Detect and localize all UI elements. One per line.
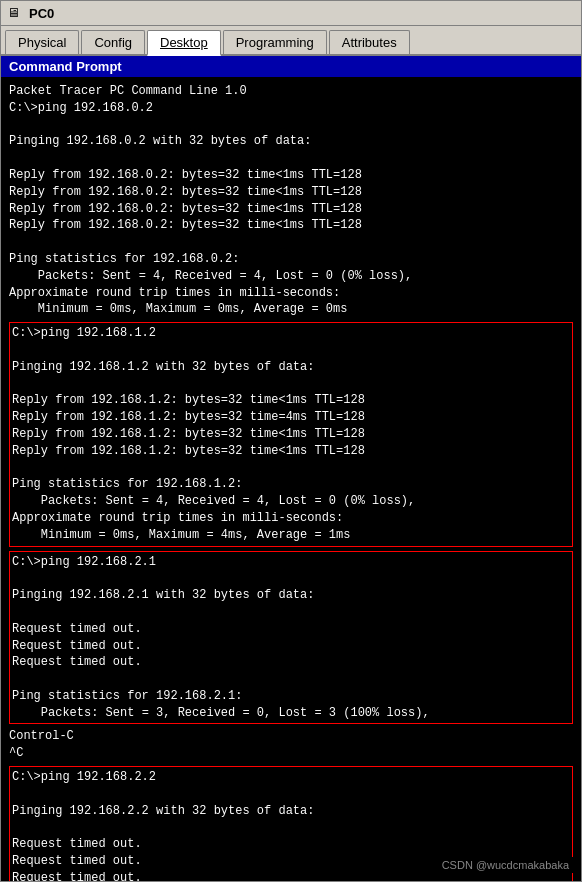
tab-config[interactable]: Config xyxy=(81,30,145,54)
ping-block-2-text: C:\>ping 192.168.2.1 Pinging 192.168.2.1… xyxy=(12,554,570,722)
tab-attributes[interactable]: Attributes xyxy=(329,30,410,54)
tab-desktop[interactable]: Desktop xyxy=(147,30,221,56)
ping-block-1-text: C:\>ping 192.168.1.2 Pinging 192.168.1.2… xyxy=(12,325,570,543)
ping-block-1: C:\>ping 192.168.1.2 Pinging 192.168.1.2… xyxy=(9,322,573,546)
title-bar: 🖥 PC0 xyxy=(1,1,581,26)
control-c-text: Control-C ^C xyxy=(9,728,573,762)
tab-programming[interactable]: Programming xyxy=(223,30,327,54)
tab-bar: Physical Config Desktop Programming Attr… xyxy=(1,26,581,56)
command-prompt-header: Command Prompt xyxy=(1,56,581,77)
window-title: PC0 xyxy=(29,6,54,21)
tab-physical[interactable]: Physical xyxy=(5,30,79,54)
terminal-intro: Packet Tracer PC Command Line 1.0 C:\>pi… xyxy=(9,83,573,318)
content-area: Command Prompt Packet Tracer PC Command … xyxy=(1,56,581,881)
terminal[interactable]: Packet Tracer PC Command Line 1.0 C:\>pi… xyxy=(1,77,581,881)
ping-block-2: C:\>ping 192.168.2.1 Pinging 192.168.2.1… xyxy=(9,551,573,725)
terminal-wrapper: Packet Tracer PC Command Line 1.0 C:\>pi… xyxy=(1,77,581,881)
window-icon: 🖥 xyxy=(7,5,23,21)
window: 🖥 PC0 Physical Config Desktop Programmin… xyxy=(0,0,582,882)
watermark: CSDN @wucdcmakabaka xyxy=(438,857,573,873)
